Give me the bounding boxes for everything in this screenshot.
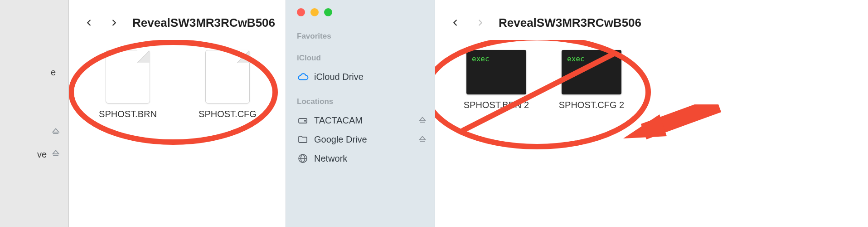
file-item[interactable]: exec SPHOST.BRN 2 xyxy=(460,50,533,110)
finder-sidebar: Favorites iCloud iCloud Drive Locations … xyxy=(286,0,435,227)
finder-window-right: RevealSW3MR3RCwB506 exec SPHOST.BRN 2 ex… xyxy=(435,0,868,227)
file-label: SPHOST.BRN 2 xyxy=(464,100,529,110)
sidebar-section-locations: Locations xyxy=(286,94,435,111)
sidebar-item-tactacam[interactable]: TACTACAM xyxy=(286,111,435,130)
eject-icon[interactable] xyxy=(51,127,60,138)
zoom-window-button[interactable] xyxy=(324,8,332,16)
back-button[interactable] xyxy=(78,12,100,34)
file-label: SPHOST.CFG xyxy=(199,109,257,119)
sidebar-section-favorites: Favorites xyxy=(286,29,435,45)
sidebar-item-partial-0[interactable]: e xyxy=(51,67,60,78)
file-item[interactable]: SPHOST.CFG xyxy=(191,50,264,119)
file-label: SPHOST.BRN xyxy=(99,109,157,119)
finder-window-left: RevealSW3MR3RCwB506 SPHOST.BRN SPHOST.CF… xyxy=(69,0,286,227)
forward-button[interactable] xyxy=(103,12,125,34)
close-window-button[interactable] xyxy=(297,8,305,16)
red-arrow-annotation xyxy=(623,104,723,168)
sidebar-item-label: Network xyxy=(314,153,427,164)
sidebar-item-label: iCloud Drive xyxy=(314,72,427,82)
eject-icon[interactable] xyxy=(417,115,427,125)
content-area: SPHOST.BRN SPHOST.CFG xyxy=(69,45,286,227)
drive-icon xyxy=(297,114,309,126)
file-item[interactable]: SPHOST.BRN xyxy=(92,50,164,119)
file-label: SPHOST.CFG 2 xyxy=(559,100,624,110)
back-button[interactable] xyxy=(444,12,466,34)
exec-icon: exec xyxy=(466,50,526,94)
exec-label: exec xyxy=(567,54,585,63)
document-icon xyxy=(106,50,150,104)
network-icon xyxy=(297,153,309,164)
eject-icon[interactable] xyxy=(51,149,60,160)
sidebar-item-google-drive[interactable]: Google Drive xyxy=(286,130,435,149)
sidebar-item-icloud-drive[interactable]: iCloud Drive xyxy=(286,67,435,86)
sidebar-item-label: Google Drive xyxy=(314,134,412,145)
exec-icon: exec xyxy=(562,50,621,94)
document-icon xyxy=(205,50,250,104)
window-controls xyxy=(286,8,435,16)
file-item[interactable]: exec SPHOST.CFG 2 xyxy=(555,50,628,110)
window-title: RevealSW3MR3RCwB506 xyxy=(132,16,275,30)
svg-point-2 xyxy=(305,120,305,121)
sidebar-item-partial-1[interactable] xyxy=(47,127,60,138)
toolbar: RevealSW3MR3RCwB506 xyxy=(69,0,286,45)
sidebar-section-icloud: iCloud xyxy=(286,51,435,67)
sidebar-item-label: e xyxy=(51,67,56,78)
sidebar-item-label: ve xyxy=(37,149,47,160)
toolbar: RevealSW3MR3RCwB506 xyxy=(435,0,868,45)
folder-icon xyxy=(297,133,309,145)
content-area: exec SPHOST.BRN 2 exec SPHOST.CFG 2 xyxy=(435,45,868,227)
forward-button[interactable] xyxy=(470,12,491,34)
cloud-icon xyxy=(297,71,309,83)
partial-sidebar-left: e ve xyxy=(0,0,69,227)
file-grid: exec SPHOST.BRN 2 exec SPHOST.CFG 2 xyxy=(460,50,628,110)
window-title: RevealSW3MR3RCwB506 xyxy=(499,16,641,30)
sidebar-item-partial-2[interactable]: ve xyxy=(37,149,60,160)
file-grid: SPHOST.BRN SPHOST.CFG xyxy=(92,50,264,119)
sidebar-item-network[interactable]: Network xyxy=(286,149,435,168)
svg-marker-6 xyxy=(623,114,667,138)
eject-icon[interactable] xyxy=(417,134,427,144)
sidebar-item-label: TACTACAM xyxy=(314,115,412,126)
exec-label: exec xyxy=(472,54,490,63)
minimize-window-button[interactable] xyxy=(310,8,319,16)
